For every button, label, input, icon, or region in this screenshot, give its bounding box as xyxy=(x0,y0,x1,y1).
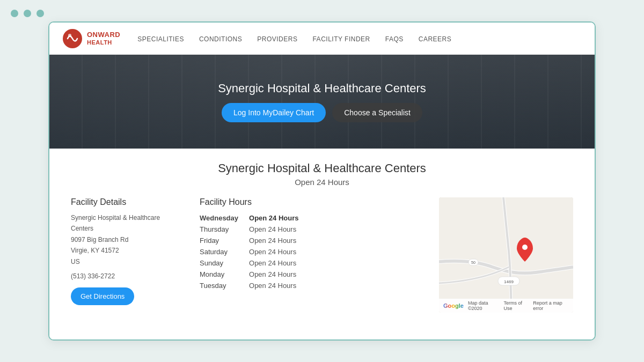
hours-row: FridayOpen 24 Hours xyxy=(200,235,309,246)
svg-point-1 xyxy=(68,34,71,37)
address-city: Virgie, KY 41572 xyxy=(71,245,184,256)
logo-text: ONWARD HEALTH xyxy=(87,31,120,46)
map-footer: Google Map data ©2020 Terms of Use Repor… xyxy=(439,299,573,313)
nav-link-providers[interactable]: PROVIDERS xyxy=(257,35,297,43)
hours-value: Open 24 Hours xyxy=(249,246,309,257)
hours-row: SaturdayOpen 24 Hours xyxy=(200,246,309,257)
map-report: Report a map error xyxy=(533,300,569,311)
logo-icon xyxy=(62,28,83,49)
hours-row: WednesdayOpen 24 Hours xyxy=(200,212,309,224)
hero-section: Synergic Hospital & Healthcare Centers L… xyxy=(49,55,595,149)
map-container: 1469 50 Google Map data ©2020 Terms of U… xyxy=(439,197,573,313)
nav-item-providers[interactable]: PROVIDERS xyxy=(257,34,297,43)
map-svg: 1469 50 xyxy=(439,197,573,313)
facility-hours: Facility Hours WednesdayOpen 24 HoursThu… xyxy=(200,197,423,291)
hours-row: SundayOpen 24 Hours xyxy=(200,257,309,269)
hours-row: TuesdayOpen 24 Hours xyxy=(200,280,309,291)
browser-frame: ONWARD HEALTH SPECIALITIES CONDITIONS PR… xyxy=(48,21,596,341)
content-grid: Facility Details Synergic Hospital & Hea… xyxy=(71,197,573,313)
hero-content: Synergic Hospital & Healthcare Centers L… xyxy=(49,55,595,149)
hero-buttons: Log Into MyDailey Chart Choose a Special… xyxy=(222,103,422,122)
hours-table: WednesdayOpen 24 HoursThursdayOpen 24 Ho… xyxy=(200,212,309,291)
map-data-credit: Map data ©2020 xyxy=(468,300,500,311)
hours-day: Thursday xyxy=(200,224,249,235)
hours-value: Open 24 Hours xyxy=(249,257,309,269)
nav-link-faqs[interactable]: FAQS xyxy=(385,35,404,43)
facility-name: Synergic Hospital & Healthcare Centers xyxy=(71,161,573,175)
hours-row: ThursdayOpen 24 Hours xyxy=(200,224,309,235)
hours-day: Tuesday xyxy=(200,280,249,291)
hero-title: Synergic Hospital & Healthcare Centers xyxy=(218,82,426,95)
address-name: Synergic Hospital & Healthcare Centers xyxy=(71,212,184,234)
hours-value: Open 24 Hours xyxy=(249,269,309,280)
google-logo: Google xyxy=(443,302,464,309)
hours-day: Monday xyxy=(200,269,249,280)
nav-link-specialities[interactable]: SPECIALITIES xyxy=(137,35,184,43)
hours-day: Saturday xyxy=(200,246,249,257)
log-in-button[interactable]: Log Into MyDailey Chart xyxy=(222,103,326,122)
facility-status: Open 24 Hours xyxy=(71,178,573,187)
choose-specialist-button[interactable]: Choose a Specialist xyxy=(332,103,422,122)
main-content: Synergic Hospital & Healthcare Centers O… xyxy=(49,149,595,339)
svg-text:1469: 1469 xyxy=(504,279,514,284)
nav-item-faqs[interactable]: FAQS xyxy=(385,34,404,43)
map-image: 1469 50 xyxy=(439,197,573,313)
minimize-dot xyxy=(24,10,31,17)
nav-link-conditions[interactable]: CONDITIONS xyxy=(199,35,242,43)
facility-details-heading: Facility Details xyxy=(71,197,184,207)
svg-point-7 xyxy=(522,245,528,250)
facility-hours-heading: Facility Hours xyxy=(200,197,423,207)
hours-day: Sunday xyxy=(200,257,249,269)
hours-value: Open 24 Hours xyxy=(249,280,309,291)
facility-header: Synergic Hospital & Healthcare Centers O… xyxy=(71,161,573,187)
svg-text:50: 50 xyxy=(471,261,475,264)
facility-address: Synergic Hospital & Healthcare Centers 9… xyxy=(71,212,184,267)
address-street: 9097 Big Branch Rd xyxy=(71,234,184,245)
window-controls xyxy=(11,10,44,17)
facility-phone: (513) 336-2722 xyxy=(71,272,184,280)
nav-link-careers[interactable]: CAREERS xyxy=(419,35,452,43)
maximize-dot xyxy=(36,10,44,17)
hours-day: Wednesday xyxy=(200,212,249,224)
nav-item-facility-finder[interactable]: FACILITY FINDER xyxy=(312,34,370,43)
hours-value: Open 24 Hours xyxy=(249,235,309,246)
facility-details: Facility Details Synergic Hospital & Hea… xyxy=(71,197,184,305)
nav-item-conditions[interactable]: CONDITIONS xyxy=(199,34,242,43)
nav-item-specialities[interactable]: SPECIALITIES xyxy=(137,34,184,43)
nav-link-facility-finder[interactable]: FACILITY FINDER xyxy=(312,35,370,43)
address-country: US xyxy=(71,256,184,267)
nav-item-careers[interactable]: CAREERS xyxy=(419,34,452,43)
hours-row: MondayOpen 24 Hours xyxy=(200,269,309,280)
navbar: ONWARD HEALTH SPECIALITIES CONDITIONS PR… xyxy=(49,23,595,55)
close-dot xyxy=(11,10,18,17)
nav-links: SPECIALITIES CONDITIONS PROVIDERS FACILI… xyxy=(137,34,451,43)
get-directions-button[interactable]: Get Directions xyxy=(71,287,134,305)
map-terms: Terms of Use xyxy=(504,300,529,311)
hours-day: Friday xyxy=(200,235,249,246)
hours-value: Open 24 Hours xyxy=(249,212,309,224)
hours-value: Open 24 Hours xyxy=(249,224,309,235)
logo: ONWARD HEALTH xyxy=(62,28,120,49)
